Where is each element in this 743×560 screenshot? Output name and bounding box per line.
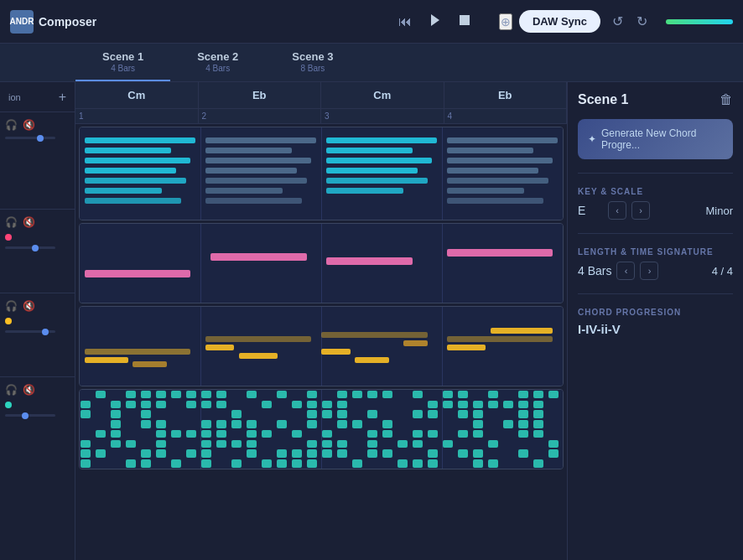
mute-icon-3[interactable]: 🔇 xyxy=(23,300,35,312)
logo: ANDR Composer xyxy=(10,10,96,34)
add-track-button[interactable]: + xyxy=(59,90,66,105)
play-button[interactable] xyxy=(423,10,447,34)
left-sidebar: ion + 🎧 🔇 🎧 🔇 xyxy=(0,82,75,560)
track-lanes xyxy=(75,124,567,560)
divider-1 xyxy=(578,173,733,174)
sidebar-label: ion xyxy=(8,92,21,102)
track-vol-slider-4[interactable] xyxy=(5,414,55,417)
bar-ruler: 1 2 3 4 xyxy=(75,109,567,124)
length-time-control: 4 Bars ‹ › 4 / 4 xyxy=(578,262,733,280)
track-vol-slider-1[interactable] xyxy=(5,137,55,139)
key-prev-button[interactable]: ‹ xyxy=(608,201,626,220)
time-sig-value: 4 / 4 xyxy=(712,265,733,277)
logo-icon: ANDR xyxy=(10,10,34,34)
scene-tab-name-2: Scene 2 xyxy=(197,50,238,63)
scene-tab-bars-3: 8 Bars xyxy=(292,64,333,73)
key-scale-section: KEY & SCALE E ‹ › Minor xyxy=(578,187,733,220)
chord-row: Cm Eb Cm Eb xyxy=(75,82,567,109)
track-control-1: 🎧 🔇 xyxy=(0,112,75,210)
headphone-icon-1: 🎧 xyxy=(5,119,18,131)
chord-prog-value: I-IV-ii-V xyxy=(578,322,733,336)
chord-cell-1[interactable]: Cm xyxy=(75,82,199,108)
scene-tab-bars-1: 4 Bars xyxy=(102,64,143,73)
track-control-2: 🎧 🔇 xyxy=(0,210,75,293)
mute-icon-1[interactable]: 🔇 xyxy=(23,119,35,131)
bar-num-1: 1 xyxy=(75,109,199,123)
generate-chord-button[interactable]: ✦ Generate New Chord Progre... xyxy=(578,119,733,159)
topbar: ANDR Composer ⏮ ⊕ DAW Sync ↺ ↻ xyxy=(0,0,743,44)
delete-scene-button[interactable]: 🗑 xyxy=(720,92,733,107)
track-lane-4[interactable] xyxy=(79,389,564,469)
track-vol-thumb-4 xyxy=(22,412,29,419)
track-lane-2[interactable] xyxy=(79,223,564,303)
length-prev-button[interactable]: ‹ xyxy=(616,262,635,280)
scene-tab-3[interactable]: Scene 3 8 Bars xyxy=(265,44,360,81)
right-panel-header: Scene 1 🗑 xyxy=(578,92,733,107)
length-time-label: LENGTH & TIME SIGNATURE xyxy=(578,247,733,257)
track-control-4: 🎧 🔇 xyxy=(0,377,75,461)
scene-tab-bars-2: 4 Bars xyxy=(197,64,238,73)
daw-sync-button[interactable]: DAW Sync xyxy=(519,10,600,33)
scene-tab-name-1: Scene 1 xyxy=(102,50,143,63)
track-vol-slider-2[interactable] xyxy=(5,246,55,249)
scene-tabs: Scene 1 4 Bars Scene 2 4 Bars Scene 3 8 … xyxy=(0,44,743,82)
chord-prog-section: CHORD PROGRESION I-IV-ii-V xyxy=(578,308,733,336)
track-vol-thumb-1 xyxy=(37,135,44,142)
divider-2 xyxy=(578,233,733,234)
key-value: E xyxy=(578,204,603,217)
svg-marker-0 xyxy=(431,14,439,26)
scale-value: Minor xyxy=(705,205,733,217)
track-vol-thumb-3 xyxy=(42,329,49,335)
app-title: Composer xyxy=(39,15,96,29)
chord-cell-2[interactable]: Eb xyxy=(199,82,322,108)
key-next-button[interactable]: › xyxy=(631,201,650,220)
length-next-button[interactable]: › xyxy=(640,262,658,280)
scene-tab-2[interactable]: Scene 2 4 Bars xyxy=(170,44,265,81)
headphone-icon-3: 🎧 xyxy=(5,300,18,312)
scene-tab-1[interactable]: Scene 1 4 Bars xyxy=(75,44,170,81)
svg-rect-1 xyxy=(460,15,470,25)
main-layout: ion + 🎧 🔇 🎧 🔇 xyxy=(0,82,743,560)
track-vol-thumb-2 xyxy=(32,245,39,251)
key-scale-control: E ‹ › Minor xyxy=(578,201,733,220)
key-scale-label: KEY & SCALE xyxy=(578,187,733,196)
expand-button[interactable]: ⊕ xyxy=(499,13,512,30)
generate-label: Generate New Chord Progre... xyxy=(601,127,723,151)
prev-button[interactable]: ⏮ xyxy=(393,11,417,33)
generate-star-icon: ✦ xyxy=(588,133,596,145)
mute-icon-4[interactable]: 🔇 xyxy=(23,384,35,396)
divider-3 xyxy=(578,293,733,294)
right-panel-title: Scene 1 xyxy=(578,92,628,107)
bar-num-4: 4 xyxy=(444,109,568,123)
chord-cell-3[interactable]: Cm xyxy=(321,82,444,108)
chord-cell-4[interactable]: Eb xyxy=(444,82,568,108)
track-lane-1[interactable] xyxy=(79,127,564,220)
headphone-icon-4: 🎧 xyxy=(5,384,18,396)
undo-button[interactable]: ↺ xyxy=(607,10,628,33)
sidebar-header: ion + xyxy=(0,82,75,112)
track-lane-3[interactable] xyxy=(79,306,564,386)
center-content: Cm Eb Cm Eb 1 2 3 4 xyxy=(75,82,567,560)
headphone-icon-2: 🎧 xyxy=(5,216,18,228)
track-control-3: 🎧 🔇 xyxy=(0,293,75,377)
bar-num-3: 3 xyxy=(321,109,444,123)
stop-button[interactable] xyxy=(454,11,475,33)
redo-button[interactable]: ↻ xyxy=(631,10,652,33)
progress-bar xyxy=(666,19,733,24)
length-time-section: LENGTH & TIME SIGNATURE 4 Bars ‹ › 4 / 4 xyxy=(578,247,733,280)
track-vol-slider-3[interactable] xyxy=(5,330,55,333)
chord-prog-label: CHORD PROGRESION xyxy=(578,308,733,317)
bar-num-2: 2 xyxy=(199,109,322,123)
scene-tab-name-3: Scene 3 xyxy=(292,50,333,63)
length-value: 4 Bars xyxy=(578,264,611,277)
right-panel: Scene 1 🗑 ✦ Generate New Chord Progre...… xyxy=(567,82,743,560)
mute-icon-2[interactable]: 🔇 xyxy=(23,216,35,228)
